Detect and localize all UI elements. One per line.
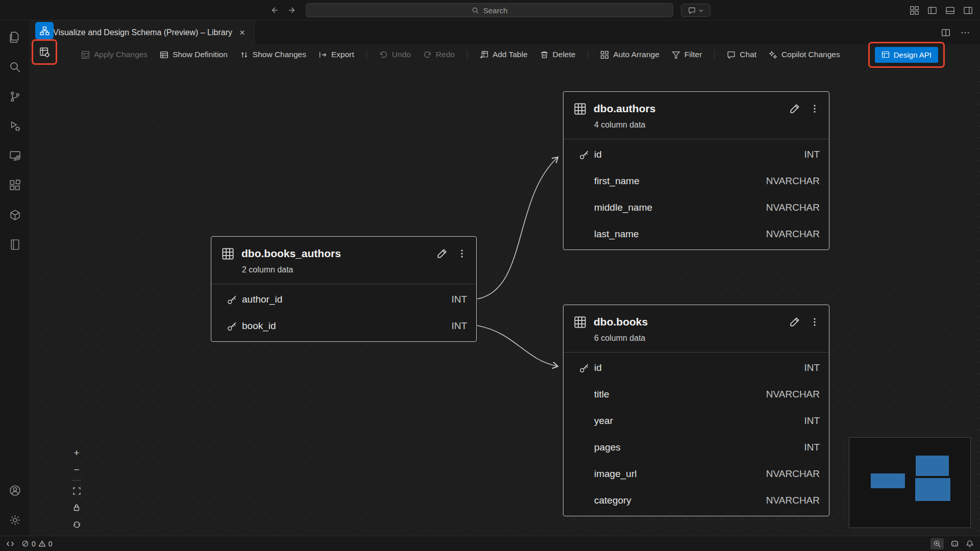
edit-table-icon[interactable] [788, 102, 801, 116]
column-row[interactable]: year INT [564, 408, 829, 434]
chat-button[interactable]: Chat [727, 50, 756, 59]
zoom-in-button[interactable]: + [70, 446, 83, 460]
toggle-secondary-sidebar-icon[interactable] [963, 6, 973, 15]
toggle-panel-icon[interactable] [945, 6, 955, 15]
primary-key-icon [574, 363, 594, 373]
column-row[interactable]: middle_name NVARCHAR [564, 194, 829, 221]
redo-icon [423, 51, 432, 59]
search-input[interactable]: Search [306, 3, 673, 17]
nav-back-icon[interactable] [270, 6, 279, 15]
column-name: middle_name [594, 202, 766, 213]
table-menu-icon[interactable] [456, 247, 468, 260]
table-icon [222, 247, 234, 260]
show-definition-icon [160, 51, 168, 59]
delete-button[interactable]: Delete [540, 50, 576, 59]
activity-source-control[interactable] [0, 82, 30, 111]
nav-forward-icon[interactable] [288, 6, 297, 15]
activity-extensions[interactable] [0, 170, 30, 200]
activity-bar [0, 20, 30, 536]
warnings-count: 0 [48, 540, 53, 548]
schema-canvas[interactable]: dbo.books_authors 2 column data author_i… [30, 65, 980, 536]
column-type: INT [451, 294, 467, 305]
export-button[interactable]: Export [318, 50, 354, 59]
chat-icon [727, 51, 736, 59]
activity-account[interactable] [0, 475, 30, 505]
toolbar-label: Copilot Changes [781, 50, 840, 59]
column-row[interactable]: category NVARCHAR [564, 487, 829, 514]
table-menu-icon[interactable] [808, 316, 821, 328]
notifications-bell-icon[interactable] [966, 540, 974, 548]
column-row[interactable]: last_name NVARCHAR [564, 221, 829, 247]
table-node-books[interactable]: dbo.books 6 column data id INT title NVA… [563, 305, 829, 516]
edit-table-icon[interactable] [788, 315, 801, 329]
column-row[interactable]: id INT [564, 355, 829, 381]
customize-layout-icon[interactable] [910, 6, 919, 15]
filter-button[interactable]: Filter [672, 50, 702, 59]
toolbar-label: Auto Arrange [613, 50, 659, 59]
database-project-icon [9, 238, 21, 251]
run-debug-icon [9, 120, 21, 133]
column-type: NVARCHAR [766, 229, 820, 240]
table-menu-icon[interactable] [808, 103, 821, 115]
column-type: NVARCHAR [766, 176, 820, 187]
copilot-status-icon[interactable] [950, 539, 959, 548]
toolbar-separator [587, 50, 588, 59]
design-api-button[interactable]: Design API [875, 47, 938, 63]
activity-settings[interactable] [0, 505, 30, 535]
tab-strip: Visualize and Design Schema (Preview) – … [30, 20, 980, 44]
activity-explorer[interactable] [0, 22, 30, 52]
lock-button[interactable] [70, 501, 83, 514]
toggle-sidebar-icon[interactable] [927, 6, 937, 15]
apply-changes-button[interactable]: Apply Changes [81, 50, 148, 59]
table-node-books-authors[interactable]: dbo.books_authors 2 column data author_i… [211, 236, 477, 342]
table-name: dbo.authors [594, 101, 780, 116]
column-row[interactable]: image_url NVARCHAR [564, 461, 829, 487]
activity-run-debug[interactable] [0, 111, 30, 141]
copilot-menu-button[interactable] [681, 4, 710, 17]
column-count-label: 2 column data [211, 263, 476, 284]
undo-button[interactable]: Undo [379, 50, 411, 59]
column-row[interactable]: pages INT [564, 434, 829, 461]
schema-visualize-button[interactable] [35, 22, 54, 39]
remote-window-icon [9, 149, 21, 162]
redo-button[interactable]: Redo [423, 50, 455, 59]
zoom-status-icon[interactable] [930, 538, 944, 549]
column-row[interactable]: author_id INT [211, 286, 476, 313]
primary-key-icon [574, 149, 594, 160]
tab-close-icon[interactable]: × [237, 27, 247, 38]
copilot-changes-button[interactable]: Copilot Changes [769, 50, 840, 59]
remote-indicator-icon[interactable] [6, 540, 14, 548]
undo-icon [379, 51, 388, 59]
problems-indicator[interactable]: 0 0 [21, 540, 53, 548]
column-row[interactable]: first_name NVARCHAR [564, 168, 829, 194]
toolbar-separator [467, 50, 468, 59]
minimap[interactable] [849, 437, 971, 528]
activity-database[interactable] [0, 200, 30, 230]
column-row[interactable]: book_id INT [211, 313, 476, 339]
search-placeholder: Search [483, 6, 508, 15]
auto-arrange-button[interactable]: Auto Arrange [600, 50, 659, 59]
zoom-out-button[interactable]: − [70, 463, 83, 477]
column-type: INT [804, 149, 820, 160]
table-node-authors[interactable]: dbo.authors 4 column data id INT first_n… [563, 91, 829, 250]
titlebar: Search [0, 0, 980, 20]
activity-search[interactable] [0, 52, 30, 82]
more-actions-icon[interactable]: ⋯ [961, 27, 970, 38]
show-changes-button[interactable]: Show Changes [240, 50, 306, 59]
split-editor-icon[interactable] [941, 28, 950, 37]
auto-arrange-icon [600, 51, 609, 59]
show-definition-button[interactable]: Show Definition [160, 50, 228, 59]
toolbar-label: Delete [553, 50, 576, 59]
edit-table-icon[interactable] [435, 247, 449, 261]
column-row[interactable]: id INT [564, 141, 829, 168]
zoom-fit-button[interactable] [70, 484, 83, 497]
column-name: year [594, 415, 804, 427]
refresh-button[interactable] [70, 518, 83, 531]
canvas-zoom-controls: + − [70, 446, 83, 531]
add-table-button[interactable]: Add Table [480, 50, 528, 59]
activity-remote-explorer[interactable] [0, 141, 30, 170]
column-row[interactable]: title NVARCHAR [564, 381, 829, 408]
activity-database-projects[interactable] [0, 230, 30, 259]
table-designer-button[interactable] [35, 43, 54, 61]
tab-schema-designer[interactable]: Visualize and Design Schema (Preview) – … [30, 20, 255, 44]
